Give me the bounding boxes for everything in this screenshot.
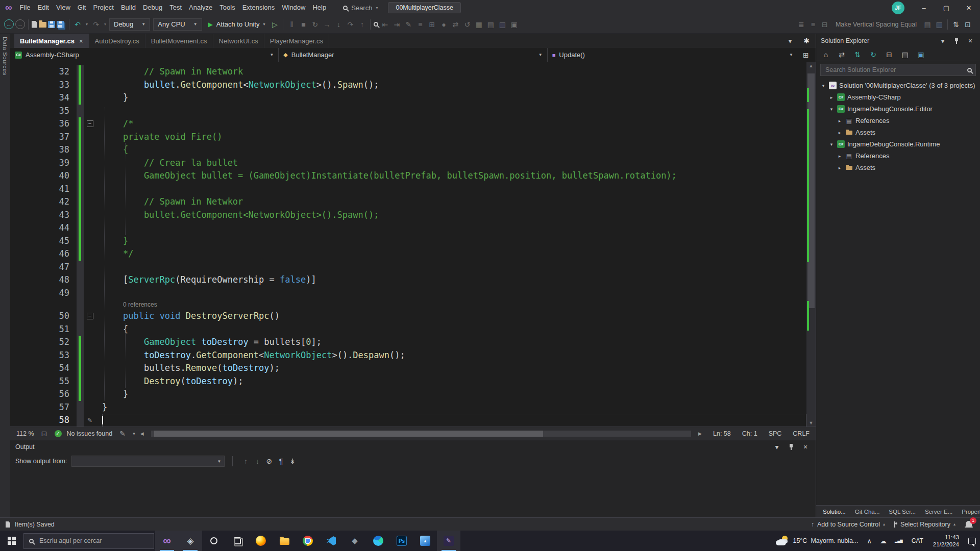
- new-file-icon[interactable]: [32, 21, 37, 28]
- next-message-icon[interactable]: ↓: [252, 456, 262, 467]
- code-text[interactable]: private void Fire(): [102, 131, 806, 144]
- weather-widget[interactable]: 15°C Mayorm. nubla...: [771, 531, 863, 551]
- zoom-mode-icon[interactable]: ⊡: [39, 428, 50, 439]
- photoshop-app[interactable]: Ps: [390, 531, 413, 551]
- code-text[interactable]: toDestroy.GetComponent<NetworkObject>().…: [102, 349, 806, 362]
- close-button[interactable]: ✕: [958, 0, 980, 15]
- code-text[interactable]: }: [102, 91, 806, 105]
- account-avatar[interactable]: JF: [892, 2, 904, 14]
- hscroll-right-icon[interactable]: ▶: [698, 431, 702, 436]
- align-lefts-icon[interactable]: ≣: [796, 19, 806, 30]
- code-text[interactable]: // Spawn in Netwkor: [102, 195, 806, 209]
- clear-all-icon[interactable]: ⊘: [264, 456, 274, 467]
- edge-app[interactable]: [366, 531, 390, 551]
- unity-hub-app[interactable]: ◆: [343, 531, 366, 551]
- tree-item[interactable]: ▾C#IngameDebugConsole.Runtime: [816, 138, 980, 150]
- step-over-icon[interactable]: ↷: [345, 19, 355, 30]
- navbar-project-dropdown[interactable]: C# Assembly-CSharp ▼: [10, 48, 279, 62]
- uncomment-selection-icon[interactable]: ≡: [415, 19, 425, 30]
- code-text[interactable]: Destroy(toDestroy);: [102, 375, 806, 388]
- editor-vscrollbar[interactable]: ▲ ▼: [806, 62, 816, 427]
- close-tab-icon[interactable]: ×: [79, 37, 83, 45]
- align-centers-icon[interactable]: ≡: [808, 19, 818, 30]
- tab-bulletmanager-cs[interactable]: BulletManager.cs×: [14, 34, 89, 48]
- code-text[interactable]: // Crear la bullet: [102, 157, 806, 170]
- show-next-statement-icon[interactable]: →: [322, 19, 332, 30]
- navigate-forward-small-icon[interactable]: ⇥: [391, 19, 402, 30]
- code-text[interactable]: GameObject bullet = (GameObject)Instanti…: [102, 169, 806, 183]
- photos-app[interactable]: ▲: [413, 531, 437, 551]
- language-indicator[interactable]: CAT: [907, 537, 928, 544]
- make-same-width-icon[interactable]: ⊟: [820, 19, 830, 30]
- collapse-icon[interactable]: ▾: [820, 83, 826, 88]
- menu-test[interactable]: Test: [166, 0, 185, 15]
- navigate-back-icon[interactable]: ←: [4, 19, 14, 29]
- stop-debugging-icon[interactable]: ■: [298, 19, 308, 30]
- menu-file[interactable]: File: [16, 0, 34, 15]
- data-sources-tab[interactable]: Data Sources: [2, 37, 8, 76]
- tree-item[interactable]: ▾∞Solution '00MultiplayerClasse' (3 of 3…: [816, 80, 980, 91]
- code-text[interactable]: {: [102, 323, 806, 336]
- zoom-level[interactable]: 112 %: [16, 430, 34, 437]
- design-app[interactable]: ✎: [437, 531, 460, 551]
- code-text[interactable]: [ServerRpc(RequireOwnership = false)]: [102, 273, 806, 287]
- unity-app[interactable]: ◈: [179, 531, 202, 551]
- refresh-icon[interactable]: ↻: [868, 49, 878, 60]
- collapse-region-icon[interactable]: −: [87, 313, 93, 319]
- collapse-all-icon[interactable]: ⊟: [884, 49, 894, 60]
- menu-tools[interactable]: Tools: [216, 0, 238, 15]
- collapse-icon[interactable]: ▾: [828, 142, 835, 147]
- line-indicator[interactable]: Ln: 58: [713, 430, 731, 437]
- expand-icon[interactable]: ▸: [837, 165, 843, 170]
- tab-autodestroy-cs[interactable]: AutoDestroy.cs: [89, 34, 145, 48]
- redo-dropdown-icon[interactable]: ▾: [103, 19, 108, 30]
- expand-icon[interactable]: ▸: [828, 95, 835, 100]
- tree-item[interactable]: ▾C#IngameDebugConsole.Editor: [816, 103, 980, 115]
- document-options-icon[interactable]: ✱: [801, 35, 812, 46]
- find-in-files-icon[interactable]: [374, 22, 378, 27]
- output-body[interactable]: [10, 469, 816, 517]
- start-button[interactable]: [0, 531, 23, 551]
- navigate-backward-small-icon[interactable]: ⇤: [380, 19, 390, 30]
- code-text[interactable]: bullets.Remove(toDestroy);: [102, 362, 806, 375]
- tree-item[interactable]: ▸C#Assembly-CSharp: [816, 91, 980, 103]
- prev-message-icon[interactable]: ↑: [240, 456, 251, 467]
- code-text[interactable]: /*: [102, 117, 806, 131]
- sync-with-active-document-icon[interactable]: ⇅: [852, 49, 863, 60]
- vscode-app[interactable]: [320, 531, 343, 551]
- menu-extensions[interactable]: Extensions: [239, 0, 279, 15]
- menu-build[interactable]: Build: [117, 0, 139, 15]
- output-close-icon[interactable]: ×: [800, 441, 811, 453]
- code-text[interactable]: bullet.GetComponent<NetworkObject>().Spa…: [102, 79, 806, 92]
- solution-title[interactable]: 00MultiplayerClasse: [388, 2, 461, 13]
- properties-icon[interactable]: ▣: [916, 49, 926, 60]
- tab-networkui-cs[interactable]: NetworkUI.cs: [213, 34, 264, 48]
- code-text[interactable]: }: [102, 388, 806, 401]
- switch-views-icon[interactable]: ⇄: [837, 49, 847, 60]
- split-editor-icon[interactable]: ⊞: [801, 49, 811, 61]
- active-files-dropdown-icon[interactable]: ▾: [785, 35, 795, 46]
- add-to-source-control-button[interactable]: ↑ Add to Source Control ▴: [811, 521, 885, 528]
- code-text[interactable]: public void DestroyServerRpc(): [102, 310, 806, 323]
- onedrive-icon[interactable]: ☁: [876, 531, 891, 551]
- output-pin-icon[interactable]: [788, 443, 794, 450]
- code-text[interactable]: {: [102, 143, 806, 157]
- output-options-icon[interactable]: ▾: [772, 441, 782, 453]
- code-text[interactable]: bullet.GetComponent<NetworkObject>().Spa…: [102, 209, 806, 222]
- eol-indicator[interactable]: CRLF: [793, 430, 810, 437]
- start-without-debugging-icon[interactable]: ▷: [270, 19, 280, 30]
- tab-playermanager-cs[interactable]: PlayerManager.cs: [264, 34, 329, 48]
- tab-bulletmovement-cs[interactable]: BulletMovement.cs: [145, 34, 213, 48]
- taskbar-search-box[interactable]: [23, 533, 154, 549]
- column-indicator[interactable]: Ch: 1: [742, 430, 757, 437]
- undo-close-icon[interactable]: ↺: [462, 19, 472, 30]
- restart-icon[interactable]: ↻: [310, 19, 320, 30]
- collapse-region-icon[interactable]: −: [87, 120, 93, 127]
- panel-tab-gitcha[interactable]: Git Cha...: [851, 509, 884, 515]
- firefox-app[interactable]: [249, 531, 273, 551]
- collapse-icon[interactable]: ▾: [828, 107, 835, 112]
- cortana-app[interactable]: [202, 531, 226, 551]
- menu-debug[interactable]: Debug: [139, 0, 166, 15]
- list-members-icon[interactable]: ▤: [485, 19, 496, 30]
- network-icon[interactable]: ▂▄▆: [891, 531, 907, 551]
